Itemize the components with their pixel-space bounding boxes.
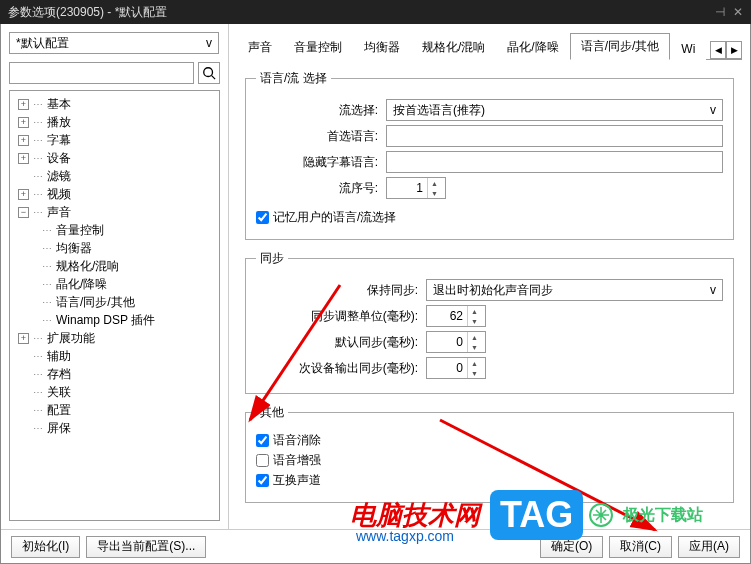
- bottom-bar: 初始化(I) 导出当前配置(S)... 确定(O) 取消(C) 应用(A): [1, 529, 750, 563]
- group-legend: 其他: [256, 404, 288, 421]
- tree-item-language[interactable]: ⋯语言/同步/其他: [12, 293, 217, 311]
- group-legend: 语言/流 选择: [256, 70, 331, 87]
- swap-channels-label: 互换声道: [273, 472, 321, 489]
- tree-item-play[interactable]: +⋯播放: [12, 113, 217, 131]
- default-sync-label: 默认同步(毫秒):: [256, 334, 426, 351]
- spinner-up-icon[interactable]: ▲: [468, 332, 481, 342]
- search-input[interactable]: [9, 62, 194, 84]
- stream-no-label: 流序号:: [256, 180, 386, 197]
- tree-item-winamp[interactable]: ⋯Winamp DSP 插件: [12, 311, 217, 329]
- expand-icon[interactable]: +: [18, 153, 29, 164]
- apply-button[interactable]: 应用(A): [678, 536, 740, 558]
- tab-sound[interactable]: 声音: [237, 34, 283, 60]
- tab-wi[interactable]: Wi: [670, 37, 706, 60]
- remember-lang-label: 记忆用户的语言/流选择: [273, 209, 396, 226]
- tabs: 声音 音量控制 均衡器 规格化/混响 晶化/降噪 语言/同步/其他 Wi ◀ ▶: [237, 32, 742, 60]
- init-button[interactable]: 初始化(I): [11, 536, 80, 558]
- search-icon: [202, 66, 216, 80]
- expand-icon[interactable]: +: [18, 135, 29, 146]
- config-dropdown[interactable]: *默认配置 v: [9, 32, 219, 54]
- tree-item-normalize[interactable]: ⋯规格化/混响: [12, 257, 217, 275]
- secondary-sync-spinner[interactable]: ▲▼: [426, 357, 486, 379]
- stream-select-label: 流选择:: [256, 102, 386, 119]
- spinner-up-icon[interactable]: ▲: [468, 306, 481, 316]
- expand-icon[interactable]: +: [18, 117, 29, 128]
- tree-item-subtitle[interactable]: +⋯字幕: [12, 131, 217, 149]
- tree-item-config[interactable]: ⋯配置: [12, 401, 217, 419]
- search-button[interactable]: [198, 62, 220, 84]
- pref-lang-input[interactable]: [386, 125, 723, 147]
- secondary-sync-label: 次设备输出同步(毫秒):: [256, 360, 426, 377]
- tree-item-volume[interactable]: ⋯音量控制: [12, 221, 217, 239]
- voice-removal-label: 语音消除: [273, 432, 321, 449]
- collapse-icon[interactable]: −: [18, 207, 29, 218]
- voice-enhance-checkbox[interactable]: [256, 454, 269, 467]
- settings-tree[interactable]: +⋯基本 +⋯播放 +⋯字幕 +⋯设备 ⋯滤镜 +⋯视频 −⋯声音 ⋯音量控制 …: [9, 90, 220, 521]
- tree-item-assoc[interactable]: ⋯关联: [12, 383, 217, 401]
- svg-line-1: [212, 76, 216, 80]
- tree-item-crystal[interactable]: ⋯晶化/降噪: [12, 275, 217, 293]
- group-legend: 同步: [256, 250, 288, 267]
- tree-item-device[interactable]: +⋯设备: [12, 149, 217, 167]
- expand-icon[interactable]: +: [18, 333, 29, 344]
- tree-item-basic[interactable]: +⋯基本: [12, 95, 217, 113]
- tree-item-sound[interactable]: −⋯声音: [12, 203, 217, 221]
- spinner-up-icon[interactable]: ▲: [468, 358, 481, 368]
- tree-item-video[interactable]: +⋯视频: [12, 185, 217, 203]
- adjust-unit-spinner[interactable]: ▲▼: [426, 305, 486, 327]
- tab-scroll-left[interactable]: ◀: [710, 41, 726, 59]
- spinner-down-icon[interactable]: ▼: [468, 316, 481, 326]
- window-controls: ⊣ ✕: [715, 5, 743, 19]
- close-icon[interactable]: ✕: [733, 5, 743, 19]
- tree-item-filter[interactable]: ⋯滤镜: [12, 167, 217, 185]
- pref-lang-label: 首选语言:: [256, 128, 386, 145]
- hide-sub-input[interactable]: [386, 151, 723, 173]
- tab-scroll-right[interactable]: ▶: [726, 41, 742, 59]
- swap-channels-checkbox[interactable]: [256, 474, 269, 487]
- spinner-down-icon[interactable]: ▼: [468, 368, 481, 378]
- spinner-down-icon[interactable]: ▼: [428, 188, 441, 198]
- expand-icon[interactable]: +: [18, 99, 29, 110]
- tab-normalize[interactable]: 规格化/混响: [411, 34, 496, 60]
- sync-group: 同步 保持同步: 退出时初始化声音同步 v 同步调整单位(毫秒): ▲▼: [245, 250, 734, 394]
- titlebar: 参数选项(230905) - *默认配置 ⊣ ✕: [0, 0, 751, 24]
- export-button[interactable]: 导出当前配置(S)...: [86, 536, 206, 558]
- tree-item-assist[interactable]: ⋯辅助: [12, 347, 217, 365]
- tree-item-extend[interactable]: +⋯扩展功能: [12, 329, 217, 347]
- spinner-up-icon[interactable]: ▲: [428, 178, 441, 188]
- tab-language[interactable]: 语言/同步/其他: [570, 33, 671, 60]
- stream-no-spinner[interactable]: ▲▼: [386, 177, 446, 199]
- voice-enhance-label: 语音增强: [273, 452, 321, 469]
- chevron-down-icon: v: [710, 103, 716, 117]
- tree-item-archive[interactable]: ⋯存档: [12, 365, 217, 383]
- tab-crystal[interactable]: 晶化/降噪: [496, 34, 569, 60]
- tab-eq[interactable]: 均衡器: [353, 34, 411, 60]
- ok-button[interactable]: 确定(O): [540, 536, 603, 558]
- adjust-unit-label: 同步调整单位(毫秒):: [256, 308, 426, 325]
- spinner-down-icon[interactable]: ▼: [468, 342, 481, 352]
- remember-lang-checkbox[interactable]: [256, 211, 269, 224]
- tab-volume[interactable]: 音量控制: [283, 34, 353, 60]
- voice-removal-checkbox[interactable]: [256, 434, 269, 447]
- cancel-button[interactable]: 取消(C): [609, 536, 672, 558]
- chevron-down-icon: v: [710, 283, 716, 297]
- keep-sync-label: 保持同步:: [256, 282, 426, 299]
- svg-point-0: [204, 68, 213, 77]
- pin-icon[interactable]: ⊣: [715, 5, 725, 19]
- config-dropdown-value: *默认配置: [16, 35, 69, 52]
- tree-item-screensaver[interactable]: ⋯屏保: [12, 419, 217, 437]
- keep-sync-dropdown[interactable]: 退出时初始化声音同步 v: [426, 279, 723, 301]
- window-title: 参数选项(230905) - *默认配置: [8, 4, 167, 21]
- stream-select-dropdown[interactable]: 按首选语言(推荐) v: [386, 99, 723, 121]
- chevron-down-icon: v: [206, 36, 212, 50]
- language-stream-group: 语言/流 选择 流选择: 按首选语言(推荐) v 首选语言: 隐藏字幕语言:: [245, 70, 734, 240]
- other-group: 其他 语音消除 语音增强 互换声道: [245, 404, 734, 503]
- hide-sub-label: 隐藏字幕语言:: [256, 154, 386, 171]
- default-sync-spinner[interactable]: ▲▼: [426, 331, 486, 353]
- expand-icon[interactable]: +: [18, 189, 29, 200]
- tree-item-eq[interactable]: ⋯均衡器: [12, 239, 217, 257]
